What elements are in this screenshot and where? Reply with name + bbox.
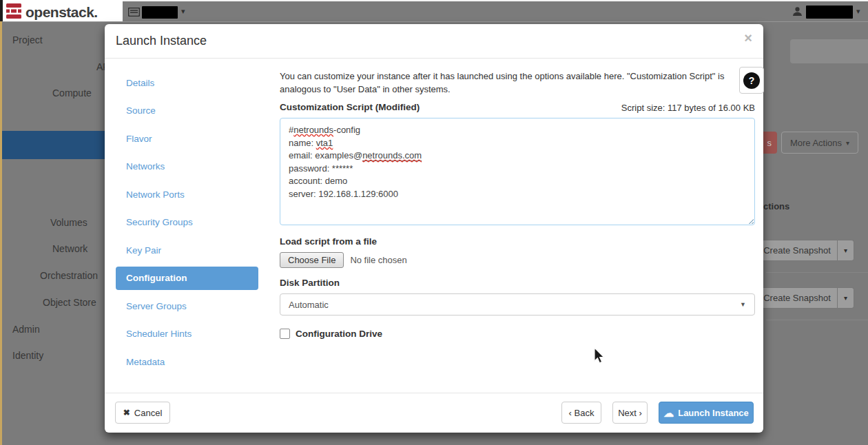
wizard-tab-source[interactable]: Source	[116, 99, 258, 123]
create-snapshot-button[interactable]: Create Snapshot	[756, 240, 838, 261]
more-actions-label: More Actions	[790, 138, 842, 148]
wizard-tab-security-groups[interactable]: Security Groups	[116, 211, 258, 234]
window-left-edge	[0, 0, 3, 21]
wizard-nav: Details Source Flavor Networks Network P…	[105, 71, 270, 378]
footer-button-group: ‹ Back Next › ☁ Launch Instance	[561, 402, 754, 424]
load-script-label: Load script from a file	[280, 236, 377, 247]
username-redacted[interactable]	[806, 6, 853, 19]
window-top-edge	[0, 0, 868, 1]
wizard-tab-server-groups[interactable]: Server Groups	[116, 294, 258, 318]
script-size-text: Script size: 117 bytes of 16.00 KB	[621, 103, 755, 113]
disk-partition-label: Disk Partition	[280, 278, 340, 288]
launch-instance-button[interactable]: ☁ Launch Instance	[659, 402, 754, 424]
back-button[interactable]: ‹ Back	[561, 402, 601, 424]
openstack-wordmark: openstack.	[25, 4, 98, 21]
cancel-label: Cancel	[134, 408, 162, 418]
sidebar-item-orchestration[interactable]: Orchestration	[40, 270, 98, 281]
create-snapshot-dropdown[interactable]: ▾	[838, 240, 854, 261]
cancel-button[interactable]: ✖ Cancel	[115, 402, 170, 424]
help-button[interactable]: ?	[739, 67, 764, 94]
sidebar-item-compute[interactable]: Compute	[52, 87, 92, 99]
next-button[interactable]: Next ›	[612, 402, 648, 424]
wizard-tab-network-ports[interactable]: Network Ports	[116, 183, 258, 206]
openstack-logo[interactable]: openstack.	[6, 3, 98, 22]
wizard-tab-scheduler-hints[interactable]: Scheduler Hints	[116, 322, 258, 346]
no-file-chosen-text: No file chosen	[350, 255, 406, 265]
cloud-upload-icon: ☁	[663, 408, 674, 418]
launch-instance-label: Launch Instance	[678, 408, 749, 418]
snapshot-caret-icon: ▾	[844, 294, 847, 302]
sidebar-item-identity[interactable]: Identity	[12, 350, 43, 361]
sidebar-item-admin[interactable]: Admin	[12, 324, 40, 335]
create-snapshot-label: Create Snapshot	[763, 245, 831, 256]
table-row-divider	[766, 272, 868, 273]
wizard-tab-details[interactable]: Details	[116, 71, 258, 94]
project-caret-icon[interactable]: ▾	[181, 7, 185, 16]
help-icon: ?	[743, 72, 760, 89]
modal-body: Details Source Flavor Networks Network P…	[105, 59, 763, 393]
sidebar-item-network[interactable]: Network	[52, 243, 87, 254]
wizard-tab-key-pair[interactable]: Key Pair	[116, 238, 258, 262]
table-row-divider	[766, 320, 868, 320]
sidebar-item-object-store[interactable]: Object Store	[43, 297, 96, 308]
more-actions-caret-icon: ▾	[846, 139, 849, 147]
configuration-drive-checkbox[interactable]	[280, 329, 290, 339]
configuration-drive-row: Configuration Drive	[280, 329, 382, 339]
wizard-tab-configuration[interactable]: Configuration	[116, 267, 258, 290]
file-input-row: Choose File No file chosen	[280, 252, 407, 268]
launch-instance-modal: Launch Instance × Details Source Flavor …	[105, 24, 763, 433]
openstack-logo-icon	[6, 3, 22, 22]
page: openstack. ▾ ▾ Project API Access Comput…	[0, 0, 868, 445]
sidebar-item-project[interactable]: Project	[12, 34, 43, 45]
user-icon	[792, 6, 803, 19]
mouse-cursor	[594, 348, 606, 369]
choose-file-button[interactable]: Choose File	[280, 252, 344, 268]
snapshot-caret-icon: ▾	[844, 247, 847, 254]
wizard-tab-metadata[interactable]: Metadata	[116, 350, 258, 373]
wizard-tab-networks[interactable]: Networks	[116, 155, 258, 178]
disk-partition-select[interactable]: Automatic ▼	[280, 293, 755, 315]
sidebar-selected-item[interactable]	[0, 131, 110, 159]
close-icon[interactable]: ×	[744, 31, 752, 45]
wizard-tab-flavor[interactable]: Flavor	[116, 127, 258, 150]
configuration-drive-label: Configuration Drive	[296, 329, 382, 339]
panel-description: You can customize your instance after it…	[280, 70, 729, 96]
create-snapshot-dropdown[interactable]: ▾	[838, 287, 854, 309]
window-left-border	[0, 21, 2, 445]
more-actions-button[interactable]: More Actions ▾	[781, 132, 858, 154]
user-caret-icon[interactable]: ▾	[856, 7, 860, 16]
project-switcher-icon	[128, 7, 140, 19]
modal-header: Launch Instance ×	[105, 24, 763, 59]
sidebar-item-volumes[interactable]: Volumes	[50, 217, 87, 228]
table-filter-box	[790, 39, 868, 63]
create-snapshot-label: Create Snapshot	[763, 293, 831, 303]
select-caret-icon: ▼	[740, 301, 746, 308]
customization-script-label: Customization Script (Modified)	[280, 102, 420, 112]
configuration-panel: You can customize your instance after it…	[280, 59, 755, 393]
customization-script-textarea[interactable]: #netrounds-configname: vta1email: exampl…	[280, 118, 755, 225]
modal-title: Launch Instance	[116, 34, 207, 48]
disk-partition-value: Automatic	[289, 300, 329, 310]
cancel-x-icon: ✖	[123, 408, 130, 417]
project-name-redacted[interactable]	[142, 6, 178, 19]
create-snapshot-button[interactable]: Create Snapshot	[756, 287, 838, 309]
modal-footer: ✖ Cancel ‹ Back Next › ☁ Launch Instance	[105, 393, 763, 433]
actions-column-header-partial: ctions	[763, 201, 789, 211]
